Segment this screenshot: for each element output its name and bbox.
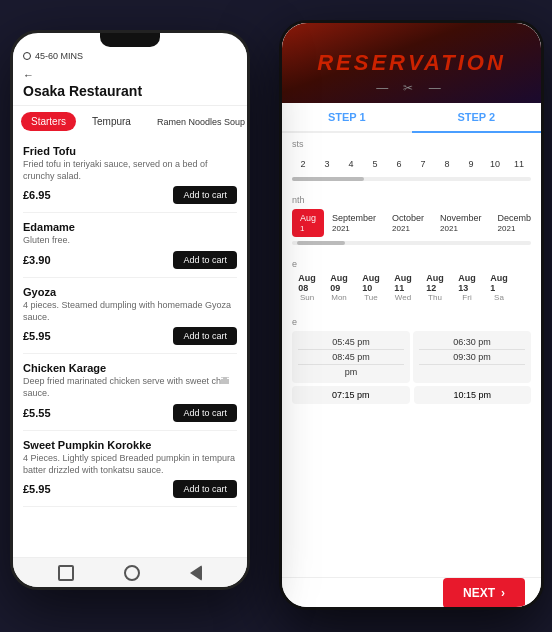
item-name: Edamame — [23, 221, 237, 233]
cal-day[interactable]: 4 — [340, 153, 362, 175]
back-button[interactable]: ← — [23, 69, 237, 81]
time-slot[interactable] — [419, 365, 525, 369]
time-label: e — [292, 317, 531, 327]
back-nav-icon[interactable] — [124, 565, 140, 581]
week-day-label: Sun — [300, 293, 314, 302]
item-name: Fried Tofu — [23, 145, 237, 157]
phone-right-inner: RESERVATION — ✂ — STEP 1 STEP 2 sts 2 3 … — [282, 23, 541, 577]
tab-starters[interactable]: Starters — [21, 112, 76, 131]
item-price: £5.55 — [23, 407, 51, 419]
item-desc: 4 Pieces. Lightly spiced Breaded pumpkin… — [23, 453, 237, 476]
menu-tabs: Starters Tempura Ramen Noodles Soup — [13, 106, 247, 137]
item-footer: £5.95 Add to cart — [23, 327, 237, 345]
add-to-cart-button[interactable]: Add to cart — [173, 327, 237, 345]
week-day-cell[interactable]: Aug09 Mon — [324, 273, 354, 302]
cal-day[interactable]: 3 — [316, 153, 338, 175]
item-name: Gyoza — [23, 286, 237, 298]
week-day-label: Mon — [331, 293, 347, 302]
item-price: £5.95 — [23, 483, 51, 495]
guests-label: sts — [292, 139, 531, 149]
reservation-steps: STEP 1 STEP 2 — [282, 103, 541, 133]
time-section: e 05:45 pm 08:45 pm pm 06:30 pm 09:30 pm — [282, 311, 541, 410]
week-label: e — [292, 259, 531, 269]
month-dec[interactable]: December2021 — [490, 209, 531, 237]
week-date: Aug09 — [330, 273, 348, 293]
next-label: NEXT — [463, 586, 495, 600]
time-slot[interactable]: 09:30 pm — [419, 350, 525, 365]
item-desc: Deep fried marinated chicken serve with … — [23, 376, 237, 399]
status-bar: 45-60 MINS — [13, 47, 247, 65]
calendar-days-row: 2 3 4 5 6 7 8 9 10 11 — [292, 153, 531, 175]
item-footer: £3.90 Add to cart — [23, 251, 237, 269]
time-slot-col-right: 06:30 pm 09:30 pm — [413, 331, 531, 383]
item-price: £3.90 — [23, 254, 51, 266]
week-date: Aug08 — [298, 273, 316, 293]
restaurant-title: Osaka Restaurant — [23, 83, 237, 99]
cal-day[interactable]: 8 — [436, 153, 458, 175]
phones-wrapper: 45-60 MINS ← Osaka Restaurant Starters T… — [0, 0, 552, 632]
month-nov[interactable]: November2021 — [432, 209, 490, 237]
time-grid: 05:45 pm 08:45 pm pm 06:30 pm 09:30 pm — [292, 331, 531, 383]
status-time: 45-60 MINS — [35, 51, 83, 61]
month-oct[interactable]: October2021 — [384, 209, 432, 237]
time-slot[interactable]: pm — [298, 365, 404, 379]
time-slot[interactable]: 05:45 pm — [298, 335, 404, 350]
reservation-title: RESERVATION — [317, 50, 506, 76]
week-day-label: Tue — [364, 293, 378, 302]
week-day-label: Thu — [428, 293, 442, 302]
week-day-cell[interactable]: Aug1 Sa — [484, 273, 514, 302]
status-dot-icon — [23, 52, 31, 60]
week-day-cell[interactable]: Aug11 Wed — [388, 273, 418, 302]
month-sep[interactable]: September2021 — [324, 209, 384, 237]
menu-item: Chicken Karage Deep fried marinated chic… — [23, 354, 237, 430]
home-nav-icon[interactable] — [58, 565, 74, 581]
item-footer: £5.95 Add to cart — [23, 480, 237, 498]
menu-header: ← Osaka Restaurant — [13, 65, 247, 106]
cal-day[interactable]: 9 — [460, 153, 482, 175]
phone-bottom-nav — [13, 557, 247, 587]
month-aug[interactable]: Aug1 — [292, 209, 324, 237]
phone-left: 45-60 MINS ← Osaka Restaurant Starters T… — [10, 30, 250, 590]
cal-day[interactable]: 11 — [508, 153, 530, 175]
time-slot[interactable]: 06:30 pm — [419, 335, 525, 350]
time-slot-extra2[interactable]: 10:15 pm — [414, 386, 532, 404]
guests-section: sts 2 3 4 5 6 7 8 9 10 11 — [282, 133, 541, 189]
add-to-cart-button[interactable]: Add to cart — [173, 480, 237, 498]
item-footer: £5.55 Add to cart — [23, 404, 237, 422]
tab-ramen[interactable]: Ramen Noodles Soup — [147, 113, 247, 131]
phone-right: RESERVATION — ✂ — STEP 1 STEP 2 sts 2 3 … — [279, 20, 544, 610]
add-to-cart-button[interactable]: Add to cart — [173, 404, 237, 422]
decoration-icon: — ✂ — — [376, 81, 447, 95]
month-section: nth Aug1 September2021 October2021 Novem… — [282, 189, 541, 253]
time-slot-extra1[interactable]: 07:15 pm — [292, 386, 410, 404]
cal-day[interactable]: 10 — [484, 153, 506, 175]
phone-notch — [100, 33, 160, 47]
week-day-label: Fri — [462, 293, 471, 302]
cal-day[interactable]: 2 — [292, 153, 314, 175]
next-button[interactable]: NEXT › — [443, 578, 525, 608]
menu-item: Gyoza 4 pieces. Steamed dumpling with ho… — [23, 278, 237, 354]
week-day-cell[interactable]: Aug08 Sun — [292, 273, 322, 302]
week-day-cell[interactable]: Aug10 Tue — [356, 273, 386, 302]
week-day-cell[interactable]: Aug13 Fri — [452, 273, 482, 302]
month-strip: Aug1 September2021 October2021 November2… — [292, 209, 531, 237]
week-day-cell[interactable]: Aug12 Thu — [420, 273, 450, 302]
cal-day[interactable]: 7 — [412, 153, 434, 175]
add-to-cart-button[interactable]: Add to cart — [173, 186, 237, 204]
time-slot[interactable]: 08:45 pm — [298, 350, 404, 365]
add-to-cart-button[interactable]: Add to cart — [173, 251, 237, 269]
item-price: £5.95 — [23, 330, 51, 342]
step-1[interactable]: STEP 1 — [282, 103, 412, 131]
tab-tempura[interactable]: Tempura — [82, 112, 141, 131]
week-day-label: Sa — [494, 293, 504, 302]
item-name: Sweet Pumpkin Korokke — [23, 439, 237, 451]
menu-nav-icon[interactable] — [190, 565, 202, 581]
next-arrow-icon: › — [501, 586, 505, 600]
cal-day[interactable]: 5 — [364, 153, 386, 175]
cal-day[interactable]: 6 — [388, 153, 410, 175]
item-price: £6.95 — [23, 189, 51, 201]
item-name: Chicken Karage — [23, 362, 237, 374]
week-section: e Aug08 Sun Aug09 Mon Aug10 Tue — [282, 253, 541, 311]
step-2[interactable]: STEP 2 — [412, 103, 542, 133]
phone-right-bottom: NEXT › — [282, 577, 541, 607]
